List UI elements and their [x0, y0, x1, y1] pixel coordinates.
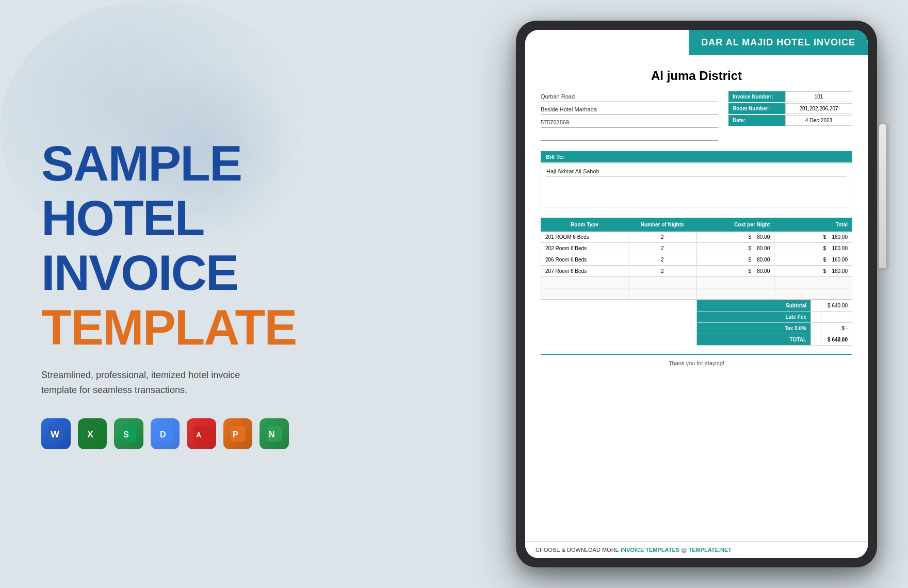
- summary-latefee-row: Late Fee: [697, 312, 852, 323]
- col-total: Total: [774, 218, 852, 232]
- svg-text:P: P: [233, 430, 238, 439]
- invoice-content: DAR AL MAJID HOTEL INVOICE Al juma Distr…: [525, 30, 868, 558]
- pdf-icon[interactable]: A: [187, 418, 216, 449]
- row-total: $ 160.00: [774, 254, 852, 266]
- meta-date: Date: 4-Dec-2023: [728, 115, 852, 126]
- sheets-icon[interactable]: S: [114, 418, 143, 449]
- cost-per-night: $ 80.00: [696, 232, 774, 243]
- tablet-screen: DAR AL MAJID HOTEL INVOICE Al juma Distr…: [525, 30, 868, 558]
- invoice-number-label: Invoice Number:: [728, 91, 785, 102]
- date-label: Date:: [728, 115, 785, 126]
- total-label: TOTAL: [697, 334, 811, 346]
- invoice-title: DAR AL MAJID HOTEL INVOICE: [701, 37, 855, 47]
- docs-icon[interactable]: D: [151, 418, 180, 449]
- title-template: TEMPLATE: [41, 303, 289, 352]
- tablet-container: DAR AL MAJID HOTEL INVOICE Al juma Distr…: [516, 21, 877, 567]
- excel-icon[interactable]: X: [78, 418, 107, 449]
- svg-text:A: A: [196, 431, 201, 439]
- table-row: 206 Room 6 Beds 2 $ 80.00 $ 160.00: [541, 254, 852, 266]
- footer-text: CHOOSE & DOWNLOAD MORE: [536, 547, 621, 553]
- invoice-table: Room Type Number of Nights Cost per Nigh…: [541, 218, 852, 300]
- table-row: 207 Room 6 Beds 2 $ 80.00 $ 160.00: [541, 266, 852, 277]
- footer-site[interactable]: TEMPLATE.NET: [688, 547, 732, 553]
- late-fee-value: [821, 312, 852, 323]
- total-amount: 640.00: [832, 337, 848, 342]
- footer-at: @: [681, 547, 688, 553]
- subtotal-value: $ 640.00: [821, 300, 852, 312]
- row-total: $ 160.00: [774, 243, 852, 254]
- subtotal-sym: $: [828, 303, 831, 308]
- invoice-body: Al juma District Qurban Road Beside Hote…: [525, 30, 868, 377]
- subtotal-label: Subtotal: [697, 300, 811, 312]
- numbers-icon[interactable]: N: [260, 418, 289, 449]
- meta-room-number: Room Number: 201,202,206,207: [728, 103, 852, 114]
- bill-to-label: Bill To:: [541, 151, 852, 162]
- table-header-row: Room Type Number of Nights Cost per Nigh…: [541, 218, 852, 232]
- address-line-1: Qurban Road: [541, 91, 718, 102]
- num-nights: 2: [628, 254, 696, 266]
- pages-icon[interactable]: P: [223, 418, 253, 449]
- thank-you-text: Thank you for staying!: [541, 354, 852, 366]
- title-line2: HOTEL: [41, 193, 289, 243]
- total-sym: [811, 334, 821, 346]
- tax-sym: [811, 323, 821, 334]
- address-line-2: Beside Hotel Marhaba: [541, 104, 718, 115]
- bill-to-name: Haji Akhtar Ali Sahob: [546, 168, 847, 177]
- hotel-address: Qurban Road Beside Hotel Marhaba 5757628…: [541, 91, 728, 143]
- table-row: 201 ROOM 6 Beds 2 $ 80.00 $ 160.00: [541, 232, 852, 243]
- svg-text:N: N: [269, 430, 275, 439]
- cost-per-night: $ 80.00: [696, 266, 774, 277]
- room-type: 206 Room 6 Beds: [541, 254, 628, 266]
- footer-link[interactable]: INVOICE TEMPLATES: [621, 547, 679, 553]
- bill-to-extra: [546, 179, 847, 205]
- late-fee-sym: [811, 312, 821, 323]
- col-room-type: Room Type: [541, 218, 628, 232]
- room-type: 201 ROOM 6 Beds: [541, 232, 628, 243]
- hotel-info-row: Qurban Road Beside Hotel Marhaba 5757628…: [541, 91, 852, 143]
- row-total: $ 160.00: [774, 232, 852, 243]
- tax-value: $ -: [821, 323, 852, 334]
- hotel-name: Al juma District: [541, 69, 852, 83]
- late-fee-label: Late Fee: [697, 312, 811, 323]
- bill-to-box: Haji Akhtar Ali Sahob: [541, 164, 852, 207]
- svg-text:S: S: [123, 430, 129, 439]
- num-nights: 2: [628, 232, 696, 243]
- room-number-label: Room Number:: [728, 103, 785, 114]
- subtotal-symbol: [811, 300, 821, 312]
- bill-to-section: Bill To: Haji Akhtar Ali Sahob: [541, 151, 852, 207]
- subtotal-amount: 640.00: [832, 303, 848, 308]
- tax-symbol: $: [841, 325, 845, 331]
- table-row: 202 Room 6 Beds 2 $ 80.00 $ 160.00: [541, 243, 852, 254]
- empty-row: [541, 277, 852, 288]
- summary-table: Subtotal $ 640.00 Late Fee: [696, 300, 852, 346]
- tax-amount: -: [846, 325, 848, 331]
- address-line-3: 575762869: [541, 117, 718, 128]
- date-value: 4-Dec-2023: [785, 115, 852, 126]
- invoice-header-bar: DAR AL MAJID HOTEL INVOICE: [689, 30, 868, 55]
- num-nights: 2: [628, 266, 696, 277]
- total-value: $ 640.00: [821, 334, 852, 346]
- stylus: [879, 124, 886, 268]
- col-cost: Cost per Night: [696, 218, 774, 232]
- total-symbol: $: [828, 337, 831, 342]
- invoice-meta: Invoice Number: 101 Room Number: 201,202…: [728, 91, 852, 127]
- summary-tax-row: Tax 0.0% $ -: [697, 323, 852, 334]
- room-type: 202 Room 6 Beds: [541, 243, 628, 254]
- room-type: 207 Room 6 Beds: [541, 266, 628, 277]
- meta-invoice-number: Invoice Number: 101: [728, 91, 852, 102]
- room-number-value: 201,202,206,207: [785, 103, 852, 114]
- left-description: Streamlined, professional, itemized hote…: [41, 368, 258, 398]
- word-icon[interactable]: W: [41, 418, 71, 449]
- svg-text:W: W: [51, 429, 59, 439]
- summary-total-row: TOTAL $ 640.00: [697, 334, 852, 346]
- cost-per-night: $ 80.00: [696, 254, 774, 266]
- address-line-4: [541, 130, 718, 141]
- left-panel: SAMPLE HOTEL INVOICE TEMPLATE Streamline…: [0, 0, 320, 588]
- app-icons-row: W X S D A: [41, 418, 289, 449]
- svg-text:D: D: [160, 430, 166, 439]
- title-line3: INVOICE: [41, 248, 289, 298]
- tablet-footer: CHOOSE & DOWNLOAD MORE INVOICE TEMPLATES…: [525, 541, 868, 558]
- col-nights: Number of Nights: [628, 218, 696, 232]
- svg-text:X: X: [87, 429, 93, 439]
- empty-row: [541, 288, 852, 300]
